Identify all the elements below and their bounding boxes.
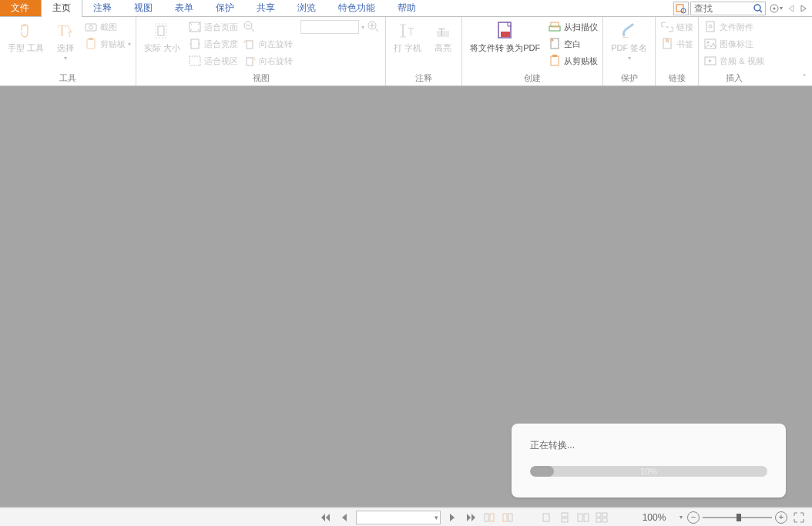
svg-line-3 (760, 10, 762, 12)
highlight-button[interactable]: T 高亮 (428, 18, 458, 55)
blank-doc-button[interactable]: 空白 (546, 35, 599, 52)
menu-bar: 文件 主页 注释 视图 表单 保护 共享 浏览 特色功能 帮助 ▾ (0, 0, 812, 17)
slider-track[interactable] (703, 517, 772, 518)
link-button[interactable]: 链接 (659, 18, 695, 35)
menu-tab-form[interactable]: 表单 (164, 0, 205, 16)
pdf-sign-button[interactable]: PDF 签名 ▾ (606, 18, 652, 63)
svg-rect-11 (87, 39, 95, 49)
document-workspace: 正在转换... 10% (0, 86, 812, 508)
svg-rect-59 (562, 513, 568, 517)
ribbon-collapse-icon[interactable]: ˆ (803, 73, 806, 82)
bookmark-label: 书签 (676, 39, 693, 50)
view-mode-b-icon[interactable] (501, 511, 515, 524)
zoom-out-button[interactable] (241, 18, 294, 35)
search-icon[interactable] (751, 4, 765, 13)
svg-rect-16 (191, 39, 199, 49)
layout-single-icon[interactable] (539, 511, 553, 524)
find-tool-icon[interactable] (673, 2, 689, 15)
attachment-button[interactable]: 文件附件 (702, 18, 765, 35)
fullscreen-icon[interactable] (792, 511, 806, 524)
typewriter-button[interactable]: T 打 字机 (389, 18, 426, 55)
actual-size-button[interactable]: 实际 大小 (139, 18, 185, 55)
select-tool-button[interactable]: T 选择 ▾ (50, 18, 81, 63)
zoom-in-icon[interactable] (367, 20, 381, 34)
page-number-box[interactable]: ▾ (356, 511, 441, 524)
zoom-out-button[interactable]: − (687, 511, 700, 524)
view-mode-a-icon[interactable] (482, 511, 496, 524)
bookmark-button[interactable]: 书签 (659, 35, 695, 52)
svg-rect-55 (490, 514, 494, 521)
from-clipboard-icon (548, 54, 562, 68)
rotate-left-button[interactable]: 向左旋转 (241, 35, 294, 52)
svg-rect-61 (578, 514, 582, 521)
fit-visible-label: 适合视区 (204, 55, 238, 67)
from-scanner-button[interactable]: 从扫描仪 (546, 18, 599, 35)
zoom-slider[interactable]: − + (687, 511, 787, 524)
svg-text:T: T (438, 26, 445, 39)
first-page-icon[interactable] (319, 511, 333, 524)
zoom-dropdown-icon[interactable]: ▾ (679, 514, 683, 521)
zoom-combo[interactable] (300, 20, 359, 34)
settings-icon[interactable]: ▾ (767, 3, 784, 14)
slider-knob[interactable] (737, 514, 741, 521)
hand-tool-button[interactable]: 手型 工具 (3, 18, 49, 55)
audio-video-label: 音频 & 视频 (720, 55, 763, 67)
fit-width-button[interactable]: 适合宽度 (186, 35, 240, 52)
progress-percent: 10% (530, 466, 767, 477)
convert-to-pdf-button[interactable]: 将文件转 换为PDF (465, 18, 545, 55)
fit-visible-button[interactable]: 适合视区 (186, 52, 240, 69)
rotate-right-button[interactable]: 向右旋转 (241, 52, 294, 69)
fit-width-label: 适合宽度 (204, 39, 238, 50)
prev-page-icon[interactable] (337, 511, 351, 524)
svg-rect-54 (485, 514, 488, 521)
audio-video-button[interactable]: 音频 & 视频 (702, 52, 765, 69)
screenshot-button[interactable]: 截图 (82, 18, 133, 35)
search-input[interactable] (691, 2, 751, 15)
rotate-left-label: 向左旋转 (259, 39, 293, 50)
fit-page-button[interactable]: 适合页面 (186, 18, 240, 35)
menu-file[interactable]: 文件 (0, 0, 41, 16)
pdf-sign-label: PDF 签名 (611, 43, 647, 53)
menu-tab-view[interactable]: 视图 (123, 0, 164, 16)
menu-tab-browse[interactable]: 浏览 (287, 0, 327, 16)
nav-next-icon[interactable] (798, 5, 809, 12)
image-annot-button[interactable]: 图像标注 (702, 35, 765, 52)
svg-point-45 (707, 42, 710, 44)
search-box[interactable] (690, 2, 766, 15)
group-label-view: 视图 (139, 71, 382, 85)
svg-marker-50 (342, 514, 347, 521)
svg-point-10 (89, 25, 93, 29)
menu-tab-help[interactable]: 帮助 (387, 0, 428, 16)
highlight-label: 高亮 (435, 43, 451, 53)
menu-tab-share[interactable]: 共享 (246, 0, 287, 16)
svg-point-2 (754, 5, 760, 11)
media-icon (703, 54, 717, 68)
layout-facing-icon[interactable] (576, 511, 590, 524)
group-label-insert: 插入 (702, 71, 765, 85)
ribbon-group-insert: 文件附件 图像标注 音频 & 视频 插入 (699, 17, 768, 85)
from-clipboard-button[interactable]: 从剪贴板 (546, 52, 599, 69)
menu-tab-protect[interactable]: 保护 (205, 0, 246, 16)
layout-cont-facing-icon[interactable] (595, 511, 609, 524)
svg-rect-66 (602, 518, 607, 522)
ribbon-group-tools: 手型 工具 T 选择 ▾ 截图 剪贴板▾ 工具 (0, 17, 136, 85)
group-label-tools: 工具 (3, 71, 133, 85)
menu-tab-special[interactable]: 特色功能 (327, 0, 387, 16)
svg-rect-62 (584, 514, 589, 521)
group-label-create: 创建 (465, 71, 599, 85)
menu-tab-annotate[interactable]: 注释 (82, 0, 123, 16)
svg-rect-14 (158, 26, 164, 35)
clipboard-button[interactable]: 剪贴板▾ (82, 35, 133, 52)
zoom-in-button[interactable]: + (775, 511, 787, 524)
bookmark-icon (660, 37, 674, 51)
svg-marker-52 (467, 514, 471, 521)
svg-rect-17 (190, 56, 200, 65)
menu-tab-home[interactable]: 主页 (41, 0, 82, 16)
nav-prev-icon[interactable] (786, 5, 797, 12)
ribbon-group-protect: PDF 签名 ▾ 保护 (603, 17, 656, 85)
last-page-icon[interactable] (464, 511, 478, 524)
progress-title: 正在转换... (530, 439, 767, 452)
layout-continuous-icon[interactable] (558, 511, 572, 524)
select-icon: T (55, 20, 76, 42)
next-page-icon[interactable] (445, 511, 459, 524)
